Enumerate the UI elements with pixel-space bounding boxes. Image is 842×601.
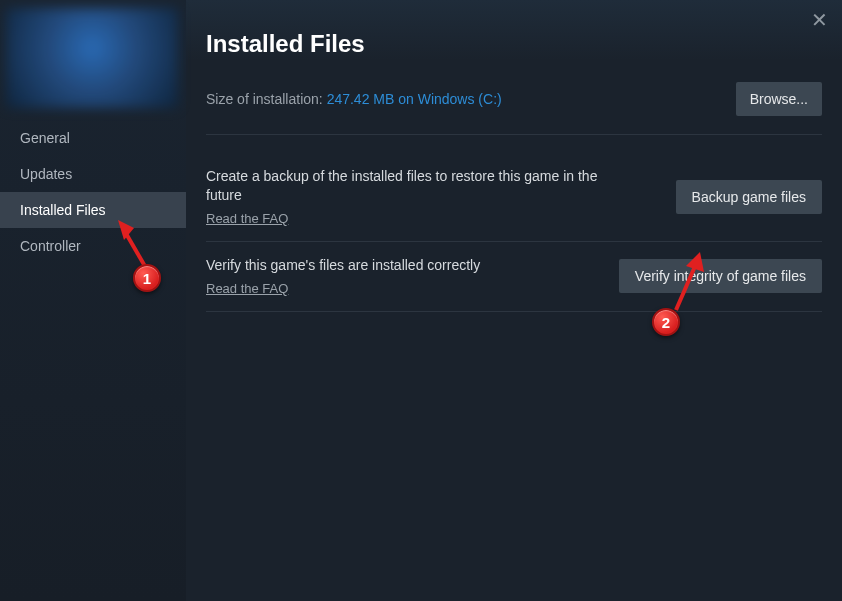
annotation-marker-1: 1	[133, 264, 161, 292]
svg-marker-1	[118, 220, 134, 240]
game-banner	[6, 8, 178, 108]
sidebar-item-updates[interactable]: Updates	[0, 156, 186, 192]
verify-row: Verify this game's files are installed c…	[206, 242, 822, 312]
annotation-marker-2: 2	[652, 308, 680, 336]
browse-button[interactable]: Browse...	[736, 82, 822, 116]
backup-row: Create a backup of the installed files t…	[206, 153, 822, 242]
page-title: Installed Files	[206, 30, 822, 58]
install-size-prefix: Size of installation:	[206, 91, 327, 107]
svg-marker-3	[686, 252, 704, 272]
verify-description: Verify this game's files are installed c…	[206, 256, 480, 275]
sidebar-item-general[interactable]: General	[0, 120, 186, 156]
backup-description: Create a backup of the installed files t…	[206, 167, 636, 205]
backup-faq-link[interactable]: Read the FAQ	[206, 211, 288, 226]
svg-line-2	[676, 264, 696, 310]
backup-game-files-button[interactable]: Backup game files	[676, 180, 822, 214]
annotation-arrow-2	[670, 250, 710, 320]
sidebar-item-installed-files[interactable]: Installed Files	[0, 192, 186, 228]
sidebar-item-controller[interactable]: Controller	[0, 228, 186, 264]
verify-faq-link[interactable]: Read the FAQ	[206, 281, 288, 296]
install-size-text: Size of installation: 247.42 MB on Windo…	[206, 91, 502, 107]
install-size-row: Size of installation: 247.42 MB on Windo…	[206, 82, 822, 135]
properties-window: General Updates Installed Files Controll…	[0, 0, 842, 601]
verify-integrity-button[interactable]: Verify integrity of game files	[619, 259, 822, 293]
install-location-link[interactable]: 247.42 MB on Windows (C:)	[327, 91, 502, 107]
main-panel: ✕ Installed Files Size of installation: …	[186, 0, 842, 601]
close-icon[interactable]: ✕	[811, 10, 828, 30]
